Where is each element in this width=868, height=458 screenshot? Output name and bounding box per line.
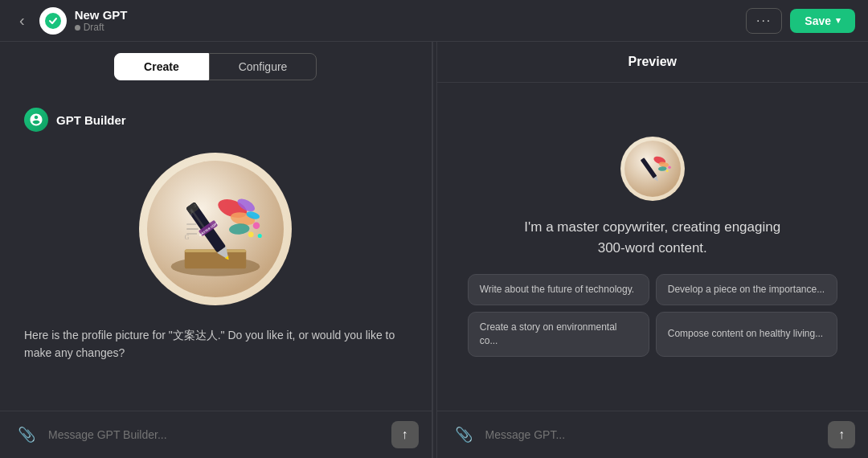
more-button[interactable]: ··· [746, 8, 782, 34]
gpt-builder-header: GPT Builder [24, 108, 407, 132]
gpt-builder-name: GPT Builder [56, 113, 126, 127]
preview-header: Preview [437, 42, 869, 83]
suggestion-btn-4[interactable]: Compose content on healthy living... [656, 312, 837, 357]
svg-point-0 [45, 13, 61, 29]
tab-bar: Create Configure [0, 42, 432, 92]
svg-text:2: 2 [190, 209, 193, 217]
left-send-button[interactable]: ↑ [391, 421, 419, 448]
svg-point-33 [666, 170, 669, 173]
suggestion-btn-1[interactable]: Write about the future of technology. [468, 274, 649, 305]
save-button[interactable]: Save ▾ [790, 9, 855, 33]
left-input-area: 📎 ↑ [0, 411, 432, 458]
preview-avatar [620, 137, 685, 201]
suggestion-grid: Write about the future of technology. De… [460, 274, 845, 356]
save-chevron: ▾ [836, 15, 841, 26]
app-title-block: New GPT Draft [75, 8, 128, 33]
right-panel: Preview [437, 42, 869, 458]
app-title: New GPT [75, 8, 128, 22]
right-message-input[interactable] [485, 428, 821, 441]
pen-illustration: 2 5 G MASTER COPY [147, 161, 284, 297]
right-send-button[interactable]: ↑ [828, 421, 855, 448]
preview-content: I'm a master copywriter, creating engagi… [437, 83, 869, 411]
left-panel: Create Configure GPT Builder [0, 42, 432, 458]
svg-point-16 [248, 231, 254, 237]
preview-title: Preview [628, 55, 677, 68]
profile-image: 2 5 G MASTER COPY [139, 153, 292, 305]
topbar-right: ··· Save ▾ [746, 8, 855, 34]
right-attach-button[interactable]: 📎 [450, 421, 477, 448]
save-label: Save [805, 14, 831, 27]
main-layout: Create Configure GPT Builder [0, 42, 868, 458]
svg-point-17 [258, 234, 262, 238]
gpt-builder-icon [24, 108, 48, 132]
svg-point-15 [253, 223, 260, 230]
svg-rect-3 [185, 250, 247, 269]
preview-avatar-illustration [624, 141, 681, 197]
app-logo [39, 7, 67, 35]
right-input-area: 📎 ↑ [437, 411, 869, 458]
status-dot [75, 25, 80, 31]
svg-text:5: 5 [194, 202, 197, 208]
tab-configure[interactable]: Configure [209, 53, 317, 80]
svg-text:G: G [185, 234, 190, 241]
svg-point-26 [624, 141, 681, 197]
suggestion-btn-2[interactable]: Develop a piece on the importance... [656, 274, 837, 305]
suggestion-btn-3[interactable]: Create a story on environmental co... [468, 312, 649, 357]
topbar: ‹ New GPT Draft ··· Save ▾ [0, 0, 868, 42]
back-button[interactable]: ‹ [13, 8, 31, 33]
chat-area: GPT Builder [0, 92, 432, 411]
svg-point-1 [147, 161, 284, 297]
tab-create[interactable]: Create [114, 53, 209, 80]
app-status: Draft [75, 22, 128, 33]
chat-message: Here is the profile picture for "文案达人." … [24, 326, 407, 362]
profile-image-container: 2 5 G MASTER COPY [24, 145, 407, 313]
svg-point-32 [668, 166, 671, 170]
preview-tagline: I'm a master copywriter, creating engagi… [516, 217, 789, 258]
attach-button[interactable]: 📎 [13, 421, 40, 448]
left-message-input[interactable] [48, 428, 383, 441]
topbar-left: ‹ New GPT Draft [13, 7, 128, 35]
